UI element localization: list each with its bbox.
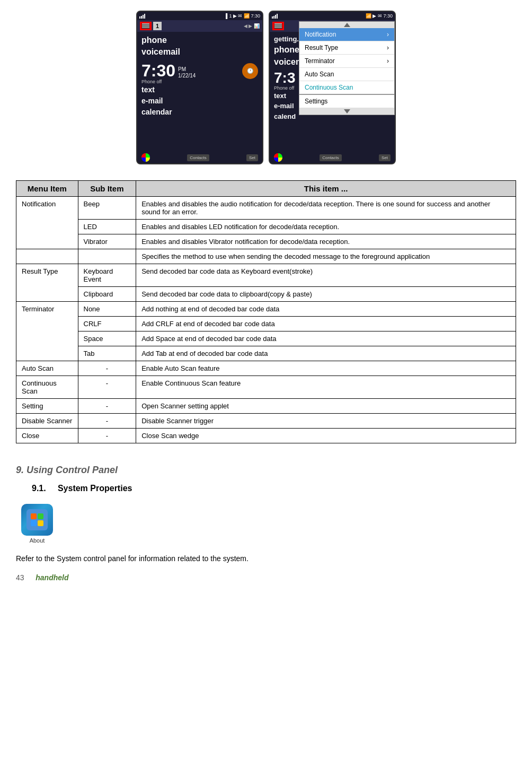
scanner-barcode: [142, 23, 149, 29]
win-quadrant-3: [31, 520, 37, 526]
desc-space: Add Space at end of decoded bar code dat…: [136, 331, 516, 346]
sub-item-vibrator: Vibrator: [78, 234, 136, 249]
number-badge: 1: [153, 22, 162, 30]
sub-item-space: Space: [78, 331, 136, 346]
table-row: Space Add Space at end of decoded bar co…: [16, 331, 516, 346]
notification-label: Notification: [305, 31, 336, 38]
dropdown-notification[interactable]: Notification ›: [299, 28, 394, 41]
desc-tab: Add Tab at end of decoded bar code data: [136, 346, 516, 361]
sub-item-close: -: [78, 429, 136, 443]
right-set-button[interactable]: Set: [379, 154, 391, 161]
terminator-label: Terminator: [305, 57, 335, 65]
right-contacts-button[interactable]: Contacts: [320, 154, 342, 161]
win-quadrant-1: [31, 513, 37, 519]
brand-name: handheld: [36, 573, 68, 582]
menu-item-notification: Notification: [16, 197, 78, 249]
left-phone-time-status: ▌1 ▶ ✉ 📶 7:30: [226, 13, 260, 19]
section-9-heading: 9. Using Control Panel: [0, 454, 532, 481]
left-phone-content: phone voicemail 7:30 PM 1/22/14 🕐 Phone …: [137, 32, 262, 120]
set-button[interactable]: Set: [246, 154, 258, 161]
table-row: Continuous Scan - Enable Continuous Scan…: [16, 376, 516, 399]
sub-item-disable-scanner: -: [78, 414, 136, 429]
right-windows-button[interactable]: [274, 153, 282, 162]
dropdown-result-type[interactable]: Result Type ›: [299, 41, 394, 55]
desc-continuous-scan: Enable Continuous Scan feature: [136, 376, 516, 399]
right-scanner-barcode: [274, 23, 282, 29]
sub-item-beep: Beep: [78, 197, 136, 220]
desc-led: Enables and disables LED notification fo…: [136, 220, 516, 234]
result-type-arrow-icon: ›: [387, 44, 389, 51]
about-label: About: [30, 537, 45, 544]
about-section: About: [0, 499, 532, 549]
about-windows-logo: [31, 513, 43, 526]
menu-item-continuous-scan: Continuous Scan: [16, 376, 78, 399]
table-row: CRLF Add CRLF at end of decoded bar code…: [16, 317, 516, 331]
auto-scan-label: Auto Scan: [305, 71, 334, 78]
right-phone: 📶 ▶ ✉ 7:30 📊 getting... phone voicem 7:3…: [269, 11, 396, 164]
right-scanner-icon: [272, 22, 284, 30]
phone-more-items: text e-mail calendar: [141, 84, 258, 118]
notification-arrow-icon: ›: [387, 31, 389, 38]
right-phone-bottom-bar: Contacts Set: [270, 152, 395, 163]
desc-beep: Enables and disables the audio notificat…: [136, 197, 516, 220]
settings-label: Settings: [305, 98, 327, 105]
table-row: Notification Beep Enables and disables t…: [16, 197, 516, 220]
menu-table: Menu Item Sub Item This item ... Notific…: [16, 180, 516, 443]
menu-table-section: Menu Item Sub Item This item ... Notific…: [0, 180, 532, 443]
sub-item-auto-scan: -: [78, 361, 136, 376]
left-phone-status-bar: ▌1 ▶ ✉ 📶 7:30: [137, 12, 262, 20]
desc-vibrator: Enables and disables Vibrator notificati…: [136, 234, 516, 249]
sub-item-clipboard: Clipboard: [78, 287, 136, 302]
sub-item-continuous-scan: -: [78, 376, 136, 399]
table-row: Specifies the method to use when sending…: [16, 249, 516, 264]
about-description-text: Refer to the System control panel for in…: [16, 554, 249, 563]
result-type-group-header-desc: Specifies the method to use when sending…: [136, 249, 516, 264]
menu-item-auto-scan: Auto Scan: [16, 361, 78, 376]
sub-item-setting: -: [78, 399, 136, 414]
section-91-title: System Properties: [58, 484, 132, 493]
windows-button[interactable]: [141, 153, 150, 162]
continuous-scan-label: Continuous Scan: [305, 84, 353, 91]
about-icon-container: About: [16, 504, 58, 544]
sub-item-keyboard-event: Keyboard Event: [78, 264, 136, 287]
right-phone-status-bar: 📶 ▶ ✉ 7:30: [270, 12, 395, 20]
table-row: Tab Add Tab at end of decoded bar code d…: [16, 346, 516, 361]
table-header-sub: Sub Item: [78, 181, 136, 197]
about-description: Refer to the System control panel for in…: [0, 549, 532, 568]
sub-item-tab: Tab: [78, 346, 136, 361]
desc-auto-scan: Enable Auto Scan feature: [136, 361, 516, 376]
table-row: Close - Close Scan wedge: [16, 429, 516, 443]
about-icon-inner: [26, 509, 48, 530]
dropdown-continuous-scan[interactable]: Continuous Scan: [299, 81, 394, 95]
table-header-menu: Menu Item: [16, 181, 78, 197]
desc-clipboard: Send decoded bar code data to clipboard(…: [136, 287, 516, 302]
dropdown-auto-scan[interactable]: Auto Scan: [299, 68, 394, 81]
left-phone: ▌1 ▶ ✉ 📶 7:30 1 ◀ ▶ 📊 phone voicemail 7:…: [136, 11, 263, 164]
footer: 43 handheld: [0, 568, 532, 587]
menu-item-result-type: Result Type: [16, 264, 78, 302]
table-row: Terminator None Add nothing at end of de…: [16, 302, 516, 317]
desc-setting: Open Scanner setting applet: [136, 399, 516, 414]
result-type-label: Result Type: [305, 44, 338, 51]
table-row: Clipboard Send decoded bar code data to …: [16, 287, 516, 302]
scanwedge-dropdown[interactable]: Notification › Result Type › Terminator …: [299, 21, 395, 115]
phone-menu-item-phone: phone: [141, 34, 258, 46]
dropdown-settings[interactable]: Settings: [299, 95, 394, 108]
right-phone-time-status: 📶 ▶ ✉ 7:30: [366, 13, 393, 19]
result-type-group-header-menu: [16, 249, 78, 264]
dropdown-terminator[interactable]: Terminator ›: [299, 55, 394, 68]
table-row: Disable Scanner - Disable Scanner trigge…: [16, 414, 516, 429]
menu-item-terminator: Terminator: [16, 302, 78, 361]
contacts-button[interactable]: Contacts: [187, 154, 209, 161]
sub-item-none: None: [78, 302, 136, 317]
right-phone-time-display: 7:3: [274, 71, 295, 85]
about-icon: [21, 504, 53, 536]
desc-close: Close Scan wedge: [136, 429, 516, 443]
desc-disable-scanner: Disable Scanner trigger: [136, 414, 516, 429]
sub-item-led: LED: [78, 220, 136, 234]
table-row: Setting - Open Scanner setting applet: [16, 399, 516, 414]
left-phone-bottom-bar: Contacts Set: [137, 152, 262, 163]
table-row: Vibrator Enables and disables Vibrator n…: [16, 234, 516, 249]
section-9-label: 9. Using Control Panel: [16, 465, 118, 475]
terminator-arrow-icon: ›: [387, 57, 389, 65]
